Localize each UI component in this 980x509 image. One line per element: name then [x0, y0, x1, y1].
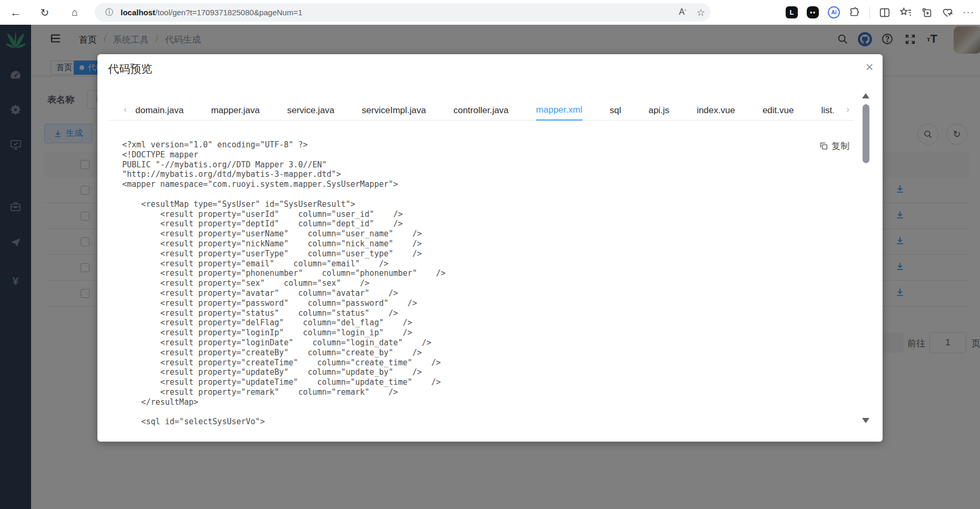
read-aloud-icon[interactable]: A›: [679, 7, 686, 17]
site-info-icon[interactable]: ⓘ: [105, 7, 113, 17]
browser-home-icon[interactable]: ⌂: [66, 0, 84, 25]
tab-serviceimpl-java[interactable]: serviceImpl.java: [362, 100, 426, 121]
file-tabs: ‹ domain.java mapper.java service.java s…: [108, 100, 854, 121]
tab-service-java[interactable]: service.java: [287, 100, 334, 121]
collections-icon[interactable]: [921, 7, 933, 18]
browser-back-icon[interactable]: ←: [7, 0, 25, 25]
tabs-scroll-right-icon[interactable]: ›: [846, 104, 849, 115]
tab-sql[interactable]: sql: [610, 100, 621, 121]
extension-l-icon[interactable]: L: [786, 6, 798, 18]
code-preview-dialog: 代码预览 × ‹ domain.java mapper.java service…: [97, 54, 883, 442]
tab-list-vue[interactable]: list.vue: [821, 100, 834, 121]
screen: ← ↻ ⌂ ⓘ localhost/tool/gen?t=17093718250…: [0, 0, 980, 509]
tab-scroll-area: domain.java mapper.java service.java ser…: [135, 100, 834, 121]
browser-address-bar[interactable]: ⓘ localhost/tool/gen?t=1709371825080&pag…: [95, 3, 710, 22]
dialog-title: 代码预览: [108, 62, 152, 76]
scrollbar-thumb[interactable]: [863, 104, 869, 163]
scroll-up-icon[interactable]: [862, 93, 869, 98]
extension-ai-icon[interactable]: Ai: [828, 6, 840, 18]
browser-essentials-icon[interactable]: [942, 7, 954, 18]
extension-dark-icon[interactable]: ●●: [807, 6, 819, 18]
code-content: <?xml version="1.0" encoding="UTF-8" ?> …: [122, 140, 838, 427]
tab-api-js[interactable]: api.js: [648, 100, 669, 121]
split-screen-icon[interactable]: [879, 7, 890, 18]
toolbar-divider: [869, 7, 870, 18]
tabs-scroll-left-icon[interactable]: ‹: [124, 104, 127, 115]
tab-mapper-xml[interactable]: mapper.xml: [536, 100, 582, 121]
tab-domain-java[interactable]: domain.java: [135, 100, 184, 121]
tab-edit-vue[interactable]: edit.vue: [763, 100, 794, 121]
browser-menu-icon[interactable]: ···: [963, 7, 975, 18]
tab-controller-java[interactable]: controller.java: [453, 100, 509, 121]
favorite-star-icon[interactable]: ☆: [697, 7, 705, 18]
url-text: localhost/tool/gen?t=1709371825080&pageN…: [121, 8, 302, 17]
favorites-icon[interactable]: [899, 7, 912, 18]
scroll-down-icon[interactable]: [862, 418, 869, 423]
browser-chrome: ← ↻ ⌂ ⓘ localhost/tool/gen?t=17093718250…: [0, 0, 980, 25]
browser-refresh-icon[interactable]: ↻: [36, 0, 54, 25]
tab-mapper-java[interactable]: mapper.java: [211, 100, 260, 121]
close-icon[interactable]: ×: [860, 57, 879, 76]
extensions-puzzle-icon[interactable]: [849, 7, 860, 18]
tab-index-vue[interactable]: index.vue: [697, 100, 735, 121]
